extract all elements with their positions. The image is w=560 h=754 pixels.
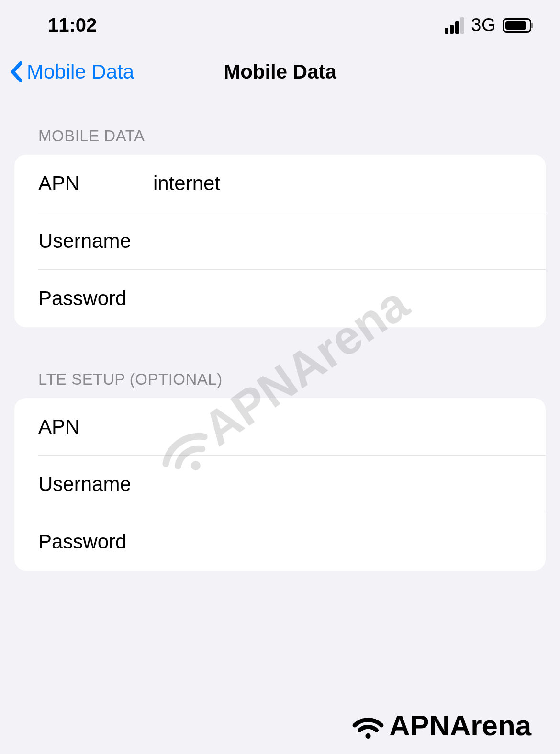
input-lte-apn[interactable] — [153, 415, 522, 438]
section-header-lte: LTE SETUP (OPTIONAL) — [14, 370, 546, 398]
back-label: Mobile Data — [27, 60, 134, 83]
section-header-mobile-data: MOBILE DATA — [14, 127, 546, 155]
label-lte-username: Username — [38, 473, 153, 496]
input-lte-password[interactable] — [153, 530, 522, 553]
nav-bar: Mobile Data Mobile Data — [0, 50, 560, 93]
section-mobile-data: APN Username Password — [14, 155, 546, 327]
label-password: Password — [38, 287, 153, 310]
label-username: Username — [38, 229, 153, 252]
input-lte-username[interactable] — [153, 473, 522, 496]
row-lte-username[interactable]: Username — [14, 456, 546, 513]
status-time: 11:02 — [48, 14, 97, 36]
battery-icon — [503, 18, 531, 33]
brand-label: APNArena — [389, 709, 531, 742]
row-password[interactable]: Password — [14, 270, 546, 327]
row-apn[interactable]: APN — [14, 155, 546, 212]
row-username[interactable]: Username — [14, 212, 546, 270]
section-lte: APN Username Password — [14, 398, 546, 571]
network-type: 3G — [471, 15, 496, 35]
page-title: Mobile Data — [224, 60, 336, 83]
status-indicators: 3G — [445, 15, 531, 35]
wifi-icon — [349, 706, 387, 744]
status-bar: 11:02 3G — [0, 0, 560, 50]
brand-footer: APNArena — [349, 706, 531, 744]
label-lte-apn: APN — [38, 415, 153, 438]
input-username[interactable] — [153, 229, 522, 252]
chevron-left-icon — [10, 61, 23, 82]
row-lte-apn[interactable]: APN — [14, 398, 546, 456]
content: MOBILE DATA APN Username Password LTE SE… — [0, 93, 560, 571]
row-lte-password[interactable]: Password — [14, 513, 546, 571]
label-lte-password: Password — [38, 530, 153, 553]
input-password[interactable] — [153, 287, 522, 310]
signal-icon — [445, 17, 464, 34]
back-button[interactable]: Mobile Data — [10, 60, 134, 83]
label-apn: APN — [38, 172, 153, 195]
input-apn[interactable] — [153, 172, 522, 195]
svg-point-1 — [366, 733, 371, 739]
